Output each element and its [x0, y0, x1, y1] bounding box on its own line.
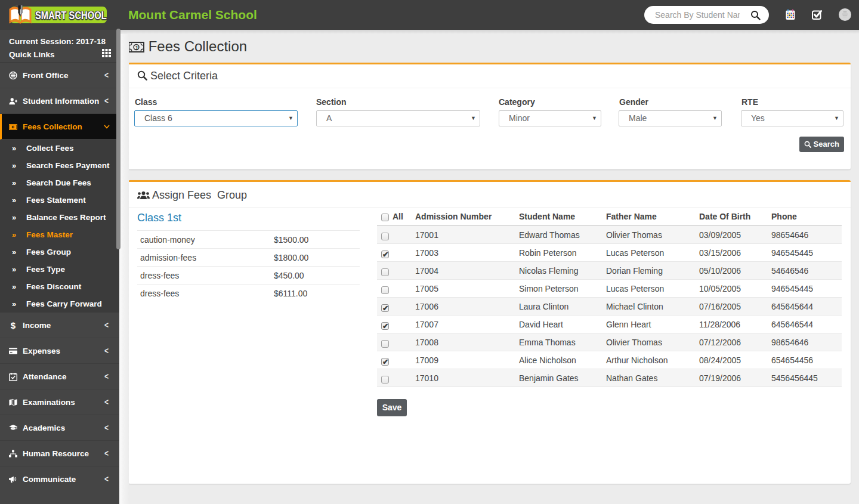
svg-text:1: 1 — [135, 45, 138, 51]
svg-text:0: 0 — [13, 125, 14, 128]
